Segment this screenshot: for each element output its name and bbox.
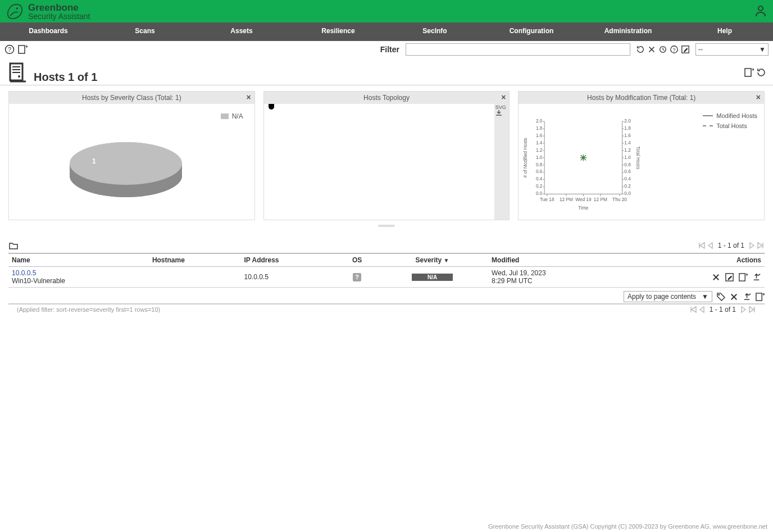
svg-text:Total Hosts: Total Hosts: [636, 146, 642, 169]
filter-apply-icon[interactable]: [635, 44, 645, 54]
filter-select-value: --: [698, 46, 703, 53]
user-icon[interactable]: [754, 4, 767, 18]
col-ip[interactable]: IP Address: [240, 253, 338, 267]
svg-text:# of Modified Hosts: # of Modified Hosts: [522, 138, 528, 178]
export-svg-button[interactable]: SVG: [494, 104, 507, 116]
filter-reset-icon[interactable]: [658, 44, 668, 54]
severity-badge: N/A: [412, 274, 453, 281]
card-modtime-title: Hosts by Modification Time (Total: 1): [587, 94, 695, 102]
add-dashboard-icon[interactable]: ✶: [744, 67, 754, 78]
svg-text:?: ?: [673, 47, 676, 53]
new-target-selected-icon[interactable]: ✶: [754, 292, 765, 302]
new-target-icon[interactable]: ✶: [738, 272, 748, 282]
dashboard-resize-handle[interactable]: [378, 225, 395, 227]
col-os[interactable]: OS: [338, 253, 376, 267]
delete-selected-icon[interactable]: [729, 292, 739, 302]
col-name[interactable]: Name: [8, 253, 149, 267]
first-page-icon[interactable]: [698, 242, 706, 249]
svg-text:12 PM: 12 PM: [560, 197, 573, 202]
filter-help-icon[interactable]: ?: [669, 44, 679, 54]
svg-text:2.0: 2.0: [625, 118, 631, 124]
severity-pie: 1: [64, 120, 199, 204]
filter-input[interactable]: [406, 43, 630, 56]
table-row: 10.0.0.5 Win10-Vulnerable 10.0.0.5 ? N/A…: [8, 267, 765, 288]
nav-dashboards[interactable]: Dashboards: [0, 22, 97, 41]
topology-node[interactable]: [269, 104, 274, 110]
col-severity[interactable]: Severity ▼: [376, 253, 488, 267]
legend-total: Total Hosts: [716, 122, 747, 129]
svg-text:✶: ✶: [25, 44, 28, 49]
close-icon[interactable]: ×: [756, 93, 761, 102]
svg-text:1.8: 1.8: [625, 125, 631, 131]
help-icon[interactable]: ?: [4, 44, 15, 54]
svg-text:1.2: 1.2: [536, 147, 543, 153]
nav-assets[interactable]: Assets: [193, 22, 290, 41]
next-page-icon[interactable]: [739, 306, 747, 313]
host-name-link[interactable]: 10.0.0.5: [12, 269, 145, 277]
first-page-icon[interactable]: [689, 306, 697, 313]
edit-icon[interactable]: [724, 272, 734, 282]
hosts-icon: [7, 61, 29, 84]
main-nav: Dashboards Scans Assets Resilience SecIn…: [0, 22, 773, 41]
export-icon[interactable]: [751, 272, 761, 282]
svg-text:2.0: 2.0: [536, 118, 543, 124]
brand-subtitle: Security Assistant: [28, 12, 90, 20]
svg-text:1.4: 1.4: [625, 140, 631, 145]
svg-point-0: [16, 7, 18, 9]
last-page-icon[interactable]: [748, 306, 756, 313]
nav-secinfo[interactable]: SecInfo: [387, 22, 483, 41]
hosts-table: Name Hostname IP Address OS Severity ▼ M…: [8, 253, 765, 288]
delete-icon[interactable]: [711, 272, 721, 282]
card-topology-title: Hosts Topology: [363, 94, 410, 102]
cell-modified-time: 8:29 PM UTC: [492, 277, 628, 285]
svg-text:1: 1: [92, 157, 96, 165]
folder-icon[interactable]: [8, 240, 19, 251]
nav-help[interactable]: Help: [676, 22, 773, 41]
card-severity-title: Hosts by Severity Class (Total: 1): [82, 94, 181, 102]
col-hostname[interactable]: Hostname: [149, 253, 241, 267]
svg-text:0.2: 0.2: [536, 183, 543, 189]
svg-text:1.0: 1.0: [536, 154, 543, 160]
last-page-icon[interactable]: [757, 242, 765, 249]
filter-saved-select[interactable]: -- ▼: [695, 43, 769, 56]
close-icon[interactable]: ×: [501, 93, 506, 102]
pager-top: 1 - 1 of 1: [698, 242, 765, 249]
new-host-icon[interactable]: ✶: [17, 44, 28, 54]
refresh-dashboard-icon[interactable]: [756, 67, 766, 78]
next-page-icon[interactable]: [748, 242, 756, 249]
svg-text:Tue 18: Tue 18: [540, 197, 554, 202]
close-icon[interactable]: ×: [246, 93, 251, 102]
nav-scans[interactable]: Scans: [97, 22, 193, 41]
apply-to-select[interactable]: Apply to page contents ▼: [624, 291, 712, 302]
prev-page-icon[interactable]: [698, 306, 706, 313]
tag-icon[interactable]: [716, 292, 726, 302]
pager-bottom: 1 - 1 of 1: [689, 306, 756, 313]
svg-rect-90: [756, 293, 761, 300]
brand-title: Greenbone: [28, 3, 90, 12]
export-selected-icon[interactable]: [742, 292, 752, 302]
card-modification-time: Hosts by Modification Time (Total: 1) × …: [518, 91, 765, 220]
svg-text:Thu 20: Thu 20: [612, 197, 627, 202]
pager-text: 1 - 1 of 1: [718, 242, 744, 249]
chevron-down-icon: ▼: [702, 293, 708, 301]
svg-text:✶: ✶: [745, 272, 748, 278]
svg-text:0.4: 0.4: [625, 176, 631, 181]
card-topology: Hosts Topology × SVG: [263, 91, 510, 220]
nav-administration[interactable]: Administration: [580, 22, 676, 41]
prev-page-icon[interactable]: [707, 242, 715, 249]
svg-point-89: [718, 294, 720, 295]
filter-edit-icon[interactable]: [680, 44, 690, 54]
os-unknown-icon: ?: [353, 273, 361, 281]
svg-text:1.8: 1.8: [536, 125, 543, 131]
svg-rect-16: [745, 69, 751, 76]
col-modified[interactable]: Modified: [488, 253, 631, 267]
svg-point-14: [18, 75, 20, 78]
filter-label: Filter: [380, 45, 399, 54]
nav-configuration[interactable]: Configuration: [483, 22, 580, 41]
nav-resilience[interactable]: Resilience: [290, 22, 387, 41]
filter-clear-icon[interactable]: [647, 44, 657, 54]
legend-modified: Modified Hosts: [716, 112, 757, 119]
sort-desc-icon: ▼: [444, 257, 449, 263]
cell-ip: 10.0.0.5: [240, 267, 338, 288]
card-severity: Hosts by Severity Class (Total: 1) × N/A…: [8, 91, 255, 220]
